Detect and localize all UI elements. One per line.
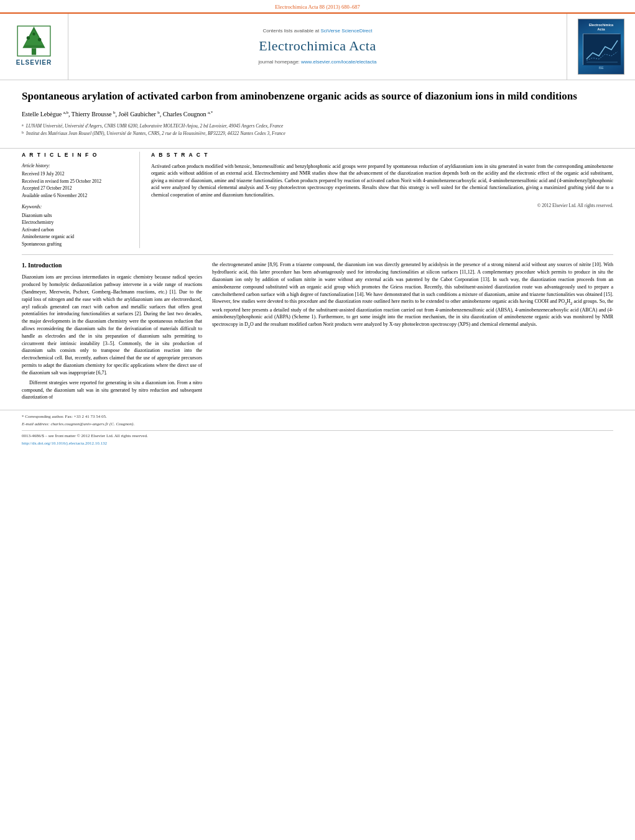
svg-rect-7 [583, 34, 621, 65]
article-info-column: A R T I C L E I N F O Article history: R… [22, 152, 140, 248]
keyword-3: Activated carbon [22, 227, 132, 234]
journal-header: ELSEVIER Contents lists available at Sci… [0, 12, 635, 80]
journal-title: Electrochimica Acta [259, 37, 376, 56]
svg-rect-0 [32, 48, 36, 55]
svg-point-5 [32, 33, 35, 36]
keywords-title: Keywords: [22, 204, 132, 211]
abstract-text: Activated carbon products modified with … [151, 163, 613, 199]
abstract-heading: A B S T R A C T [151, 152, 613, 159]
article-title: Spontaneous arylation of activated carbo… [22, 90, 613, 103]
page-footer: * Corresponding author. Fax: +33 2 41 73… [0, 410, 635, 450]
body-para-1: Diazonium ions are precious intermediate… [22, 274, 202, 377]
keyword-2: Electrochemistry [22, 219, 132, 226]
info-abstract-section: A R T I C L E I N F O Article history: R… [0, 148, 635, 254]
affiliations: a LUNAM Université, Université d'Angers,… [22, 122, 613, 137]
keyword-1: Diazonium salts [22, 213, 132, 219]
journal-cover-image: ElectrochimicaActa ISE [578, 19, 624, 75]
affiliation-b: b Institut des Matériaux Jean Rouxel (IM… [22, 130, 613, 137]
footer-doi: http://dx.doi.org/10.1016/j.electacta.20… [22, 441, 613, 447]
journal-center: Contents lists available at SciVerse Sci… [68, 14, 567, 80]
homepage-link[interactable]: www.elsevier.com/locate/electacta [301, 59, 376, 65]
body-section: 1. Introduction Diazonium ions are preci… [0, 255, 635, 410]
svg-point-4 [38, 38, 41, 41]
footer-license: 0013-4686/$ – see front matter © 2012 El… [22, 433, 613, 440]
authors-line: Estelle Lebègue a,b, Thierry Brousse b, … [22, 109, 613, 119]
cover-ise-label: ISE [598, 66, 603, 70]
body-right-text: the electrogenerated amine [8,9]. From a… [212, 261, 613, 329]
abstract-column: A B S T R A C T Activated carbon product… [151, 152, 613, 248]
body-left-text: Diazonium ions are precious intermediate… [22, 274, 202, 401]
online-date: Available online 6 November 2012 [22, 193, 132, 200]
keyword-4: Aminobenzene organic acid [22, 234, 132, 241]
article-title-section: Spontaneous arylation of activated carbo… [0, 80, 635, 148]
body-left-column: 1. Introduction Diazonium ions are preci… [22, 261, 202, 404]
homepage-line: journal homepage: www.elsevier.com/locat… [259, 58, 377, 65]
copyright-line: © 2012 Elsevier Ltd. All rights reserved… [151, 203, 613, 210]
footer-corr-author: * Corresponding author. Fax: +33 2 41 73… [22, 414, 613, 420]
section1-title: 1. Introduction [22, 261, 202, 270]
elsevier-tree-icon [17, 25, 51, 57]
keyword-5: Spontaneous grafting [22, 241, 132, 248]
revised-date: Received in revised form 25 October 2012 [22, 178, 132, 185]
elsevier-logo: ELSEVIER [16, 25, 52, 67]
elsevier-brand-text: ELSEVIER [16, 58, 52, 67]
citation-bar: Electrochimica Acta 88 (2013) 680–687 [0, 0, 635, 12]
svg-point-3 [27, 37, 30, 40]
body-para-2: Different strategies were reported for g… [22, 379, 202, 401]
accepted-date: Accepted 27 October 2012 [22, 185, 132, 192]
body-right-column: the electrogenerated amine [8,9]. From a… [212, 261, 613, 404]
sciverse-line: Contents lists available at SciVerse Sci… [262, 27, 372, 34]
received-date: Received 19 July 2012 [22, 171, 132, 178]
footer-email: E-mail address: charles.cougnon@univ-ang… [22, 422, 613, 428]
keywords-section: Keywords: Diazonium salts Electrochemist… [22, 204, 132, 247]
sciverse-link[interactable]: SciVerse ScienceDirect [320, 28, 372, 34]
elsevier-logo-area: ELSEVIER [0, 14, 68, 80]
history-title: Article history: [22, 163, 132, 170]
affiliation-a: a LUNAM Université, Université d'Angers,… [22, 122, 613, 129]
citation-text: Electrochimica Acta 88 (2013) 680–687 [275, 4, 359, 10]
journal-cover-area: ElectrochimicaActa ISE [567, 14, 635, 80]
cover-art [583, 34, 621, 65]
page: Electrochimica Acta 88 (2013) 680–687 [0, 0, 635, 840]
body-right-para-1: the electrogenerated amine [8,9]. From a… [212, 261, 613, 329]
article-info-heading: A R T I C L E I N F O [22, 152, 132, 159]
article-history: Article history: Received 19 July 2012 R… [22, 163, 132, 200]
cover-journal-text: ElectrochimicaActa [589, 23, 613, 32]
